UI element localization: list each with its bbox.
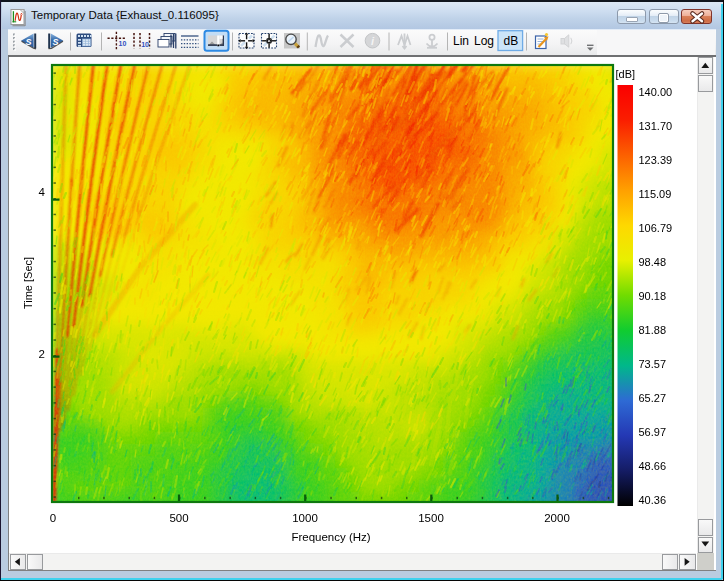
svg-text:Log: Log (474, 34, 494, 48)
svg-text:S: S (53, 37, 59, 47)
svg-text:10: 10 (119, 40, 127, 47)
svg-text:Lin: Lin (453, 34, 469, 48)
svg-text:S: S (26, 37, 32, 47)
svg-text:dB: dB (504, 34, 519, 48)
svg-text:10: 10 (141, 41, 149, 48)
